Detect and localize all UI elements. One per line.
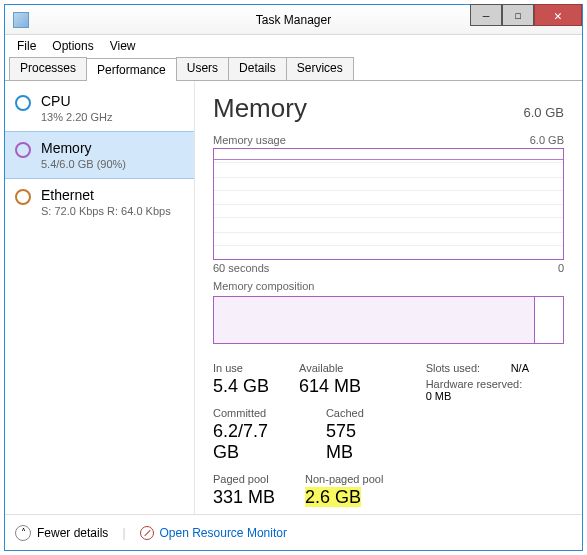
tab-performance[interactable]: Performance — [86, 58, 177, 81]
tab-details[interactable]: Details — [228, 57, 287, 80]
sidebar-item-label: Memory — [41, 140, 126, 156]
sidebar-item-memory[interactable]: Memory 5.4/6.0 GB (90%) — [5, 131, 194, 179]
sidebar-item-label: CPU — [41, 93, 113, 109]
menu-file[interactable]: File — [9, 37, 44, 55]
sidebar-item-ethernet[interactable]: Ethernet S: 72.0 Kbps R: 64.0 Kbps — [5, 179, 194, 225]
memory-usage-graph[interactable] — [213, 148, 564, 260]
usage-graph-max: 6.0 GB — [530, 134, 564, 146]
tab-services[interactable]: Services — [286, 57, 354, 80]
in-use-label: In use — [213, 362, 269, 374]
memory-total: 6.0 GB — [524, 105, 564, 120]
tab-users[interactable]: Users — [176, 57, 229, 80]
menu-view[interactable]: View — [102, 37, 144, 55]
cpu-ring-icon — [15, 95, 31, 111]
cached-value: 575 MB — [326, 421, 386, 463]
committed-label: Committed — [213, 407, 296, 419]
page-title: Memory — [213, 93, 307, 124]
tab-processes[interactable]: Processes — [9, 57, 87, 80]
paged-value: 331 MB — [213, 487, 275, 508]
window-controls: — ☐ ✕ — [470, 4, 582, 26]
maximize-button[interactable]: ☐ — [502, 4, 534, 26]
titlebar[interactable]: Task Manager — ☐ ✕ — [5, 5, 582, 35]
stats-block: In use 5.4 GB Available 614 MB Committed… — [213, 362, 564, 514]
minimize-button[interactable]: — — [470, 4, 502, 26]
app-icon — [13, 12, 29, 28]
sidebar-item-sub: 13% 2.20 GHz — [41, 111, 113, 123]
axis-left: 60 seconds — [213, 262, 269, 274]
menu-options[interactable]: Options — [44, 37, 101, 55]
memory-composition-graph[interactable] — [213, 296, 564, 344]
open-resource-monitor-link[interactable]: Open Resource Monitor — [140, 526, 287, 540]
reserved-value: 0 MB — [426, 390, 466, 402]
usage-line — [214, 159, 563, 160]
main-panel: Memory 6.0 GB Memory usage 6.0 GB 60 sec… — [195, 81, 582, 514]
paged-label: Paged pool — [213, 473, 275, 485]
fewer-details-button[interactable]: ˄ Fewer details — [15, 525, 108, 541]
separator: | — [122, 526, 125, 540]
composition-fill — [214, 297, 535, 343]
close-button[interactable]: ✕ — [534, 4, 582, 26]
nonpaged-value: 2.6 GB — [305, 487, 361, 507]
reserved-label: Hardware reserved: — [426, 378, 523, 390]
sidebar-item-label: Ethernet — [41, 187, 171, 203]
sidebar-item-cpu[interactable]: CPU 13% 2.20 GHz — [5, 85, 194, 131]
sidebar-item-sub: S: 72.0 Kbps R: 64.0 Kbps — [41, 205, 171, 217]
resource-monitor-icon — [140, 526, 154, 540]
body: CPU 13% 2.20 GHz Memory 5.4/6.0 GB (90%)… — [5, 81, 582, 514]
available-value: 614 MB — [299, 376, 361, 397]
tab-strip: Processes Performance Users Details Serv… — [5, 57, 582, 81]
hardware-info: Slots used: N/A Hardware reserved: 0 MB — [426, 362, 564, 514]
usage-graph-label: Memory usage — [213, 134, 286, 146]
chevron-up-icon: ˄ — [15, 525, 31, 541]
task-manager-window: Task Manager — ☐ ✕ File Options View Pro… — [4, 4, 583, 551]
committed-value: 6.2/7.7 GB — [213, 421, 296, 463]
slots-label: Slots used: — [426, 362, 480, 374]
nonpaged-label: Non-paged pool — [305, 473, 383, 485]
sidebar: CPU 13% 2.20 GHz Memory 5.4/6.0 GB (90%)… — [5, 81, 195, 514]
ethernet-ring-icon — [15, 189, 31, 205]
footer: ˄ Fewer details | Open Resource Monitor — [5, 514, 582, 550]
cached-label: Cached — [326, 407, 386, 419]
menu-bar: File Options View — [5, 35, 582, 57]
axis-right: 0 — [558, 262, 564, 274]
resource-monitor-label: Open Resource Monitor — [160, 526, 287, 540]
in-use-value: 5.4 GB — [213, 376, 269, 397]
sidebar-item-sub: 5.4/6.0 GB (90%) — [41, 158, 126, 170]
memory-ring-icon — [15, 142, 31, 158]
available-label: Available — [299, 362, 361, 374]
slots-value: N/A — [511, 362, 551, 374]
fewer-details-label: Fewer details — [37, 526, 108, 540]
composition-label: Memory composition — [213, 280, 314, 292]
